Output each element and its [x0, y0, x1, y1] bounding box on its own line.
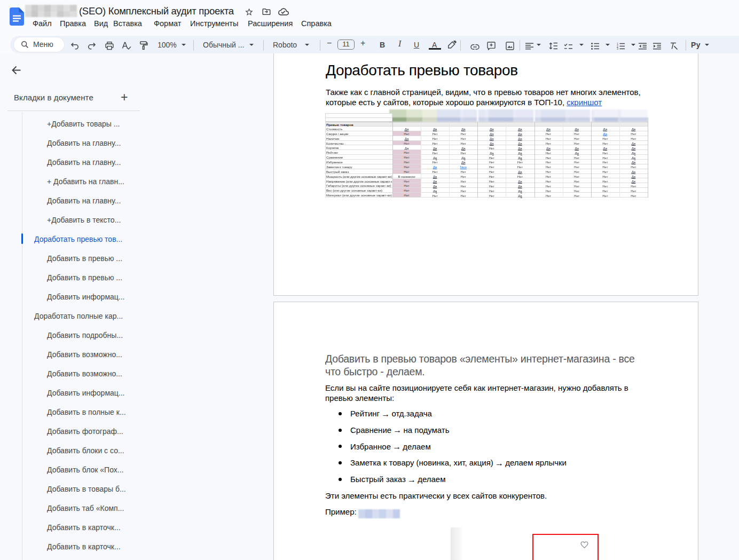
svg-text:3: 3	[617, 47, 618, 50]
